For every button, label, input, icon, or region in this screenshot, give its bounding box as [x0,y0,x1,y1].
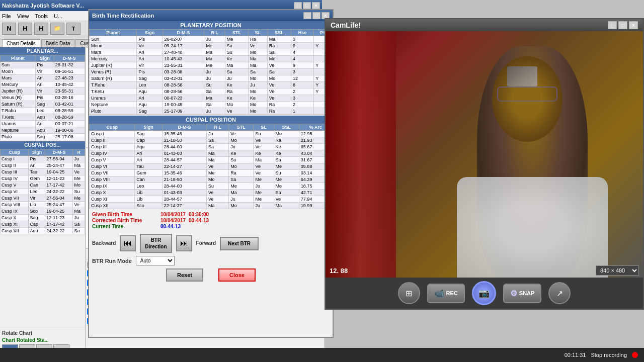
cam-resolution-select[interactable]: 840 × 480 644 × 362 [596,265,639,276]
maximize-btn[interactable]: □ [303,2,311,9]
left-planetary-header: PLANETAR... [0,47,85,55]
left-panel: PLANETAR... Planet Sign D-M-S SunPis26-0… [0,47,86,329]
cam-maximize-btn[interactable]: □ [618,21,627,29]
btr-popup: Birth Time Rectification _ □ × PLANETARY… [88,9,334,338]
cam-close-btn[interactable]: × [629,21,638,29]
cam-capture-btn[interactable]: 📷 [472,281,496,305]
lc-c7-sign: Vir [29,195,45,202]
lc-c10-cusp: Cusp X [1,215,29,221]
close-app-btn[interactable]: × [312,2,320,9]
reset-btn[interactable]: Reset [166,268,203,282]
lp-mars-planet: Mars [1,75,36,81]
lp-sun-dms: 26-01-32 [54,62,85,68]
lp-mars-dms: 27-48-23 [54,75,85,81]
forward-group: Forward [196,240,216,247]
rec-indicator-icon [632,352,638,358]
lc-col-cusp: Cusp [1,149,29,156]
toolbar-h2-btn[interactable]: H [34,23,48,35]
lc-c9-r: Ma [73,208,85,215]
cuspal-table-container: Cusp Sign D-M-S R L STL SL SSL % Arc Cus… [89,124,333,209]
p-neptune: Neptune [90,102,137,108]
menu-tools[interactable]: Tools [35,13,48,19]
lp-tketu-dms: 08-28-59 [54,114,85,121]
toolbar-h-btn[interactable]: H [18,23,32,35]
lc-c9-sign: Sco [29,208,45,215]
menu-file[interactable]: File [2,13,11,19]
menu-u[interactable]: U... [54,13,62,19]
cam-snap-btn[interactable]: ⚙ SNAP [503,284,542,303]
forward-label: Forward [196,240,216,246]
lp-moon-planet: Moon [1,68,36,75]
lp-pluto-dms: 25-17-08 [54,134,85,140]
cam-titlebar: CamLife! _ □ × [326,19,643,31]
lp-uranus-sign: Ari [36,121,54,127]
lc-c5-r: Mo [73,182,85,189]
btr-close-action-btn[interactable]: Close [218,268,256,282]
run-mode-select[interactable]: Auto Manual Semi-Auto [136,256,175,265]
lc-c12-cusp: Cusp XII [1,228,29,234]
left-cuspal-table: Cusp Sign D-M-S R Cusp IPis27-56-04Ju Cu… [0,149,85,234]
toolbar-n-btn[interactable]: N [2,23,16,35]
lc-c10-r: Ju [73,215,85,221]
given-birth-row: Given Birth Time 10/04/2017 00:30:00 [92,212,330,217]
current-time-row: Current Time 00-44-13 [92,224,330,229]
lc-c5-dms: 17-17-42 [45,182,73,189]
cam-snap-icon: ⚙ [510,289,517,298]
chart-rotated-label: Chart Rotated Sta... [0,337,85,343]
lc-c3-cusp: Cusp III [1,169,29,175]
toolbar-t-btn[interactable]: T [66,23,80,35]
lc-c1-dms: 27-56-04 [45,156,73,162]
lc-col-sign: Sign [29,149,45,156]
lc-c2-sign: Ari [29,162,45,169]
menu-view[interactable]: View [17,13,29,19]
lc-col-r: R [73,149,85,156]
current-time-value: 00-44-13 [160,224,181,229]
cam-arrow-btn[interactable]: ↗ [548,282,571,304]
lc-c2-cusp: Cusp II [1,162,29,169]
lc-c10-dms: 12-11-23 [45,215,73,221]
lc-c7-cusp: Cusp VII [1,195,29,202]
next-btr-btn[interactable]: Next BTR [220,237,259,250]
cam-rec-icon: 📹 [434,289,444,298]
cam-video-area: 12. 88 840 × 480 644 × 362 [326,31,643,278]
cam-person [417,41,618,278]
btr-direction-btn[interactable]: BTRDirection [140,234,172,253]
p-mercury: Mercury [90,56,137,62]
cam-curtain-left [326,31,396,278]
minimize-btn[interactable]: _ [294,2,302,9]
backward-label: Backward [92,240,116,246]
lp-tketu-planet: T.Ketu [1,114,36,121]
planetary-header: PLANETARY POSITION [89,21,333,29]
cam-glasses [497,86,557,102]
lp-mars-sign: Ari [36,75,54,81]
cuspal-header: CUSPAL POSITION [89,116,333,124]
cam-controls-bar: ⊞ 📹 REC 📷 ⚙ SNAP ↗ [326,278,643,309]
tab-chart-details[interactable]: Chart Details [2,39,40,47]
cam-rec-label: REC [446,290,458,296]
tab-basic-data[interactable]: Basic Data [41,39,74,47]
left-col-sign: Sign [36,55,54,62]
btr-maximize-btn[interactable]: □ [312,12,320,19]
lp-sun-planet: Sun [1,62,36,68]
forward-btn[interactable]: ⏭ [176,235,192,251]
cam-rec-btn[interactable]: 📹 REC [427,284,465,303]
p-saturn: Saturn (R) [90,75,137,82]
status-recording-label: Stop recording [591,352,627,358]
lc-c8-r: Ve [73,202,85,208]
lc-c3-sign: Tau [29,169,45,175]
app-title: Nakshatra Jyotish Software V... [2,3,84,9]
btr-minimize-btn[interactable]: _ [303,12,311,19]
lp-saturn-sign: Sag [36,101,54,108]
cam-grid-btn[interactable]: ⊞ [398,282,420,304]
p-moon: Moon [90,43,137,49]
toolbar-folder-btn[interactable]: 📁 [50,23,64,35]
lp-venus-dms: 03-28-16 [54,95,85,101]
corrected-birth-row: Corrected Birth Time 10/04/2017 00-44-13 [92,218,330,223]
birth-times-section: Given Birth Time 10/04/2017 00:30:00 Cor… [89,209,333,232]
planetary-table: Planet Sign D-M-S R L STL SL SSL Hse PS … [89,29,333,115]
lp-saturn-dms: 03-42-01 [54,101,85,108]
lc-col-dms: D-M-S [45,149,73,156]
backward-btn[interactable]: ⏮ [120,235,136,251]
cam-minimize-btn[interactable]: _ [608,21,617,29]
p-pluto: Pluto [90,108,137,115]
